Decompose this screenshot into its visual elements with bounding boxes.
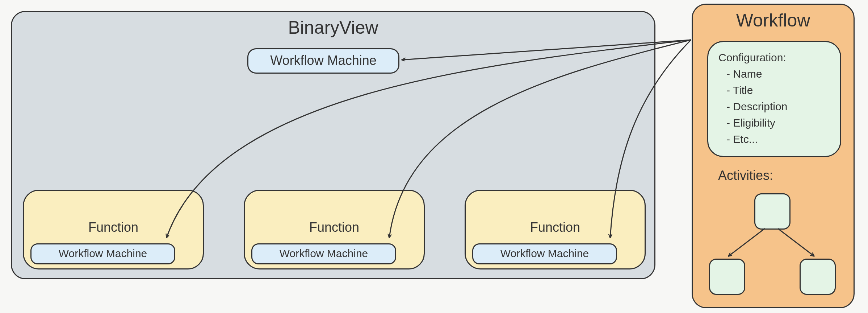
workflow-box: Workflow Configuration: - Name - Title -… xyxy=(692,4,855,308)
activities-label: Activities: xyxy=(718,168,773,183)
function-1-machine-label: Workflow Machine xyxy=(32,244,174,263)
function-box-2: Function Workflow Machine xyxy=(244,190,425,269)
function-box-1: Function Workflow Machine xyxy=(23,190,204,269)
function-1-workflow-machine: Workflow Machine xyxy=(30,243,175,264)
configuration-box: Configuration: - Name - Title - Descript… xyxy=(707,41,841,157)
configuration-item-1: - Title xyxy=(718,82,840,98)
activity-node-root xyxy=(754,193,791,230)
configuration-item-2: - Description xyxy=(718,98,840,115)
activity-node-left xyxy=(709,259,745,295)
configuration-item-0: - Name xyxy=(718,66,840,82)
function-label-3: Function xyxy=(466,220,645,235)
configuration-content: Configuration: - Name - Title - Descript… xyxy=(708,42,840,147)
binaryview-workflow-machine: Workflow Machine xyxy=(247,48,399,74)
function-2-machine-label: Workflow Machine xyxy=(252,244,395,263)
configuration-item-4: - Etc... xyxy=(718,131,840,147)
activity-node-right xyxy=(800,259,836,295)
configuration-item-3: - Eligibility xyxy=(718,115,840,131)
binaryview-title: BinaryView xyxy=(12,17,654,38)
configuration-heading: Configuration: xyxy=(718,49,840,66)
function-3-machine-label: Workflow Machine xyxy=(473,244,616,263)
function-3-workflow-machine: Workflow Machine xyxy=(472,243,617,264)
function-label-2: Function xyxy=(245,220,424,235)
function-box-3: Function Workflow Machine xyxy=(465,190,646,269)
binaryview-workflow-machine-label: Workflow Machine xyxy=(248,49,398,72)
function-2-workflow-machine: Workflow Machine xyxy=(251,243,396,264)
binaryview-box: BinaryView Workflow Machine Function Wor… xyxy=(11,11,655,279)
diagram-canvas: BinaryView Workflow Machine Function Wor… xyxy=(0,0,868,313)
function-label-1: Function xyxy=(24,220,203,235)
workflow-title: Workflow xyxy=(693,10,854,31)
